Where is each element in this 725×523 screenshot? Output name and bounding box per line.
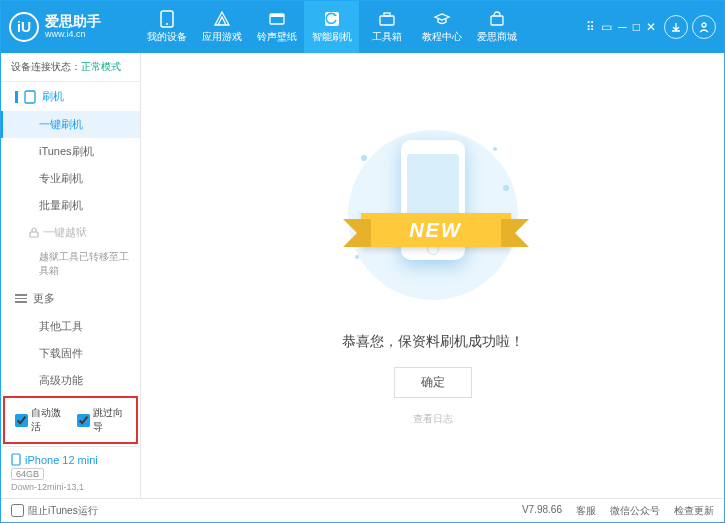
- ok-button[interactable]: 确定: [394, 367, 472, 398]
- statusbar: 阻止iTunes运行 V7.98.66 客服 微信公众号 检查更新: [1, 498, 724, 522]
- tutorial-icon: [432, 10, 452, 28]
- sidebar-item-jailbreak: 一键越狱: [1, 219, 140, 246]
- device-info[interactable]: iPhone 12 mini 64GB Down-12mini-13,1: [1, 446, 140, 498]
- store-icon: [487, 10, 507, 28]
- svg-rect-7: [491, 16, 503, 25]
- jailbreak-note: 越狱工具已转移至工具箱: [1, 246, 140, 284]
- auto-activate-checkbox[interactable]: 自动激活: [15, 406, 65, 434]
- svg-rect-3: [270, 14, 284, 17]
- sidebar-item-advanced[interactable]: 高级功能: [1, 367, 140, 394]
- user-button[interactable]: [692, 15, 716, 39]
- device-model: Down-12mini-13,1: [11, 482, 130, 492]
- minimize-button[interactable]: ─: [618, 20, 627, 34]
- update-link[interactable]: 检查更新: [674, 504, 714, 518]
- download-button[interactable]: [664, 15, 688, 39]
- phone-icon: [24, 90, 36, 104]
- nav-label: 铃声壁纸: [257, 30, 297, 44]
- device-icon: [157, 10, 177, 28]
- sidebar: 设备连接状态：正常模式 刷机 一键刷机 iTunes刷机 专业刷机 批量刷机 一…: [1, 53, 141, 498]
- menu-button[interactable]: ⠿: [586, 20, 595, 34]
- window-controls: ⠿ ▭ ─ □ ✕: [586, 20, 656, 34]
- sidebar-item-other[interactable]: 其他工具: [1, 313, 140, 340]
- nav-label: 应用游戏: [202, 30, 242, 44]
- app-url: www.i4.cn: [45, 30, 101, 40]
- toolbox-icon: [377, 10, 397, 28]
- nav-label: 我的设备: [147, 30, 187, 44]
- svg-point-8: [702, 23, 706, 27]
- nav-flash[interactable]: 智能刷机: [304, 1, 359, 53]
- sidebar-more-header[interactable]: 更多: [1, 284, 140, 313]
- flash-icon: [322, 10, 342, 28]
- sidebar-item-firmware[interactable]: 下载固件: [1, 340, 140, 367]
- nav-toolbox[interactable]: 工具箱: [359, 1, 414, 53]
- sidebar-item-oneclick[interactable]: 一键刷机: [1, 111, 140, 138]
- svg-rect-11: [12, 454, 20, 465]
- service-link[interactable]: 客服: [576, 504, 596, 518]
- svg-rect-6: [384, 13, 390, 16]
- titlebar: iU 爱思助手 www.i4.cn 我的设备 应用游戏 铃声壁纸 智能刷机 工具…: [1, 1, 724, 53]
- sidebar-item-pro[interactable]: 专业刷机: [1, 165, 140, 192]
- svg-rect-10: [30, 232, 38, 237]
- options-row: 自动激活 跳过向导: [3, 396, 138, 444]
- top-nav: 我的设备 应用游戏 铃声壁纸 智能刷机 工具箱 教程中心 爱思商城: [139, 1, 524, 53]
- view-log-link[interactable]: 查看日志: [413, 412, 453, 426]
- version-label: V7.98.66: [522, 504, 562, 518]
- skin-button[interactable]: ▭: [601, 20, 612, 34]
- maximize-button[interactable]: □: [633, 20, 640, 34]
- nav-label: 教程中心: [422, 30, 462, 44]
- success-illustration: NEW: [343, 125, 523, 305]
- main-content: NEW 恭喜您，保资料刷机成功啦！ 确定 查看日志: [141, 53, 724, 498]
- nav-apps[interactable]: 应用游戏: [194, 1, 249, 53]
- phone-icon: [11, 453, 21, 466]
- wechat-link[interactable]: 微信公众号: [610, 504, 660, 518]
- nav-label: 智能刷机: [312, 30, 352, 44]
- nav-label: 爱思商城: [477, 30, 517, 44]
- hamburger-icon: [15, 294, 27, 303]
- sidebar-item-itunes[interactable]: iTunes刷机: [1, 138, 140, 165]
- lock-icon: [29, 227, 39, 238]
- logo-icon: iU: [9, 12, 39, 42]
- svg-point-1: [166, 23, 168, 25]
- device-name-label: iPhone 12 mini: [25, 454, 98, 466]
- apps-icon: [212, 10, 232, 28]
- nav-ringtone[interactable]: 铃声壁纸: [249, 1, 304, 53]
- sidebar-item-batch[interactable]: 批量刷机: [1, 192, 140, 219]
- svg-rect-5: [380, 16, 394, 25]
- nav-label: 工具箱: [372, 30, 402, 44]
- svg-rect-9: [25, 91, 35, 103]
- connection-status: 设备连接状态：正常模式: [1, 53, 140, 82]
- sidebar-flash-header[interactable]: 刷机: [1, 82, 140, 111]
- nav-store[interactable]: 爱思商城: [469, 1, 524, 53]
- skip-guide-checkbox[interactable]: 跳过向导: [77, 406, 127, 434]
- close-button[interactable]: ✕: [646, 20, 656, 34]
- new-ribbon: NEW: [361, 213, 511, 247]
- app-window: iU 爱思助手 www.i4.cn 我的设备 应用游戏 铃声壁纸 智能刷机 工具…: [0, 0, 725, 523]
- block-itunes-checkbox[interactable]: 阻止iTunes运行: [11, 504, 98, 518]
- nav-tutorial[interactable]: 教程中心: [414, 1, 469, 53]
- app-logo: iU 爱思助手 www.i4.cn: [9, 12, 139, 42]
- success-message: 恭喜您，保资料刷机成功啦！: [342, 333, 524, 351]
- nav-my-device[interactable]: 我的设备: [139, 1, 194, 53]
- device-storage: 64GB: [11, 468, 44, 480]
- ringtone-icon: [267, 10, 287, 28]
- app-name: 爱思助手: [45, 14, 101, 29]
